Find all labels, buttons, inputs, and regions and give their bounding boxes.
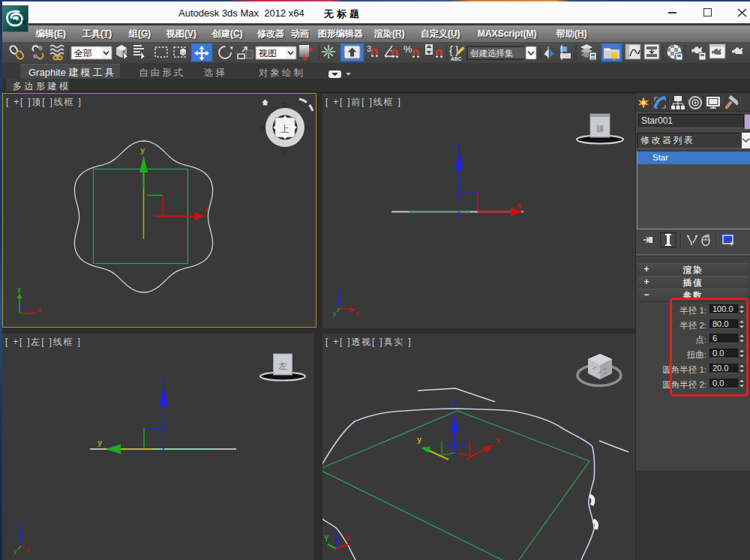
svg-text:Y: Y xyxy=(324,535,329,543)
svg-text:z: z xyxy=(456,142,460,151)
svg-text:y: y xyxy=(140,145,146,154)
svg-text:上: 上 xyxy=(280,124,290,134)
svg-text:前: 前 xyxy=(596,124,604,133)
svg-text:创建选择集: 创建选择集 xyxy=(470,49,514,58)
svg-text:视图: 视图 xyxy=(258,48,277,58)
svg-text:x: x xyxy=(346,534,350,542)
svg-text:{: { xyxy=(449,44,453,56)
svg-text:x: x xyxy=(204,205,208,214)
svg-text:y: y xyxy=(417,435,422,444)
svg-text:左: 左 xyxy=(279,361,287,370)
svg-text:x: x xyxy=(26,546,30,553)
svg-text:南: 南 xyxy=(282,102,287,107)
svg-text:x: x xyxy=(496,436,501,445)
svg-text:西: 西 xyxy=(260,125,266,131)
svg-text:z: z xyxy=(20,304,24,312)
svg-text:全部: 全部 xyxy=(74,48,92,58)
svg-text:y: y xyxy=(14,547,17,555)
svg-text:东: 东 xyxy=(305,125,310,130)
svg-text:x: x xyxy=(517,201,521,209)
svg-text:z: z xyxy=(160,378,164,386)
svg-text:z: z xyxy=(334,527,338,535)
svg-text:z: z xyxy=(19,521,22,529)
svg-text:ABC: ABC xyxy=(451,56,461,61)
svg-text:x: x xyxy=(37,305,41,313)
svg-text:3: 3 xyxy=(367,44,371,53)
svg-text:%: % xyxy=(404,43,412,55)
svg-text:y: y xyxy=(17,286,21,293)
svg-text:x: x xyxy=(356,310,359,317)
svg-text:z: z xyxy=(337,283,340,291)
svg-text:z: z xyxy=(452,399,455,407)
svg-text:y: y xyxy=(333,310,337,317)
svg-text:y: y xyxy=(98,438,103,447)
svg-text:北: 北 xyxy=(282,149,287,155)
